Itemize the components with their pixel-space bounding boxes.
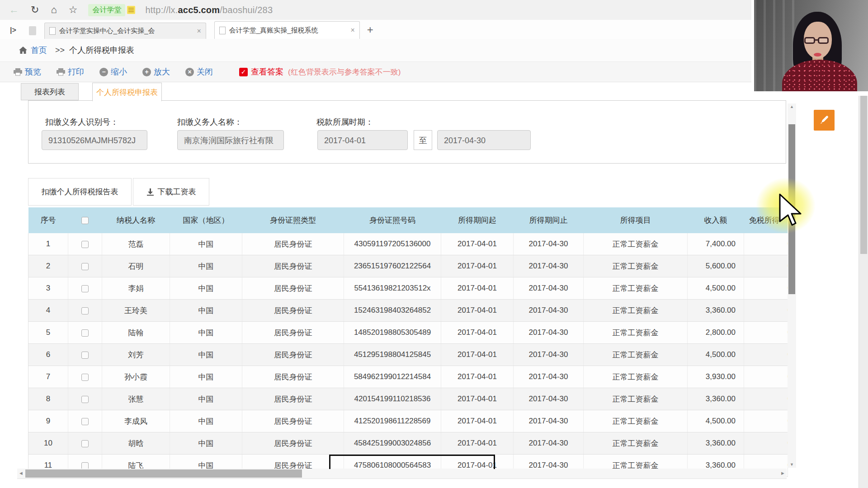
home-icon[interactable]: ⌂	[51, 0, 57, 20]
row-checkbox[interactable]	[81, 440, 89, 447]
cell-no: 5	[28, 322, 68, 344]
browser-address-bar: ← ↻ ⌂ ☆ 会计学堂 http://lx.acc5.com/baoshui/…	[0, 0, 868, 20]
page-scrollbar[interactable]	[859, 39, 868, 488]
browser-tab-title: 会计学堂_真账实操_报税系统	[229, 26, 347, 35]
cell-income: 7,400.00	[688, 233, 744, 255]
table-vertical-scrollbar[interactable]: ▲ ▼	[788, 103, 796, 468]
scroll-left-icon[interactable]: ◄	[19, 470, 24, 476]
site-badge[interactable]: 会计学堂	[88, 4, 125, 16]
withholding-id-input[interactable]: 91310526MAJMH5782J	[42, 130, 147, 150]
row-checkbox[interactable]	[81, 374, 89, 381]
url-text[interactable]: http://lx.acc5.com/baoshui/283	[145, 5, 273, 15]
cell-income: 4,500.00	[688, 344, 744, 366]
cell-country: 中国	[170, 277, 242, 300]
row-checkbox[interactable]	[81, 329, 89, 337]
cell-id_no: 430591197205136000	[344, 233, 441, 255]
cell-country: 中国	[170, 300, 242, 322]
download-icon	[146, 188, 154, 196]
bookmark-star-icon[interactable]: ☆	[69, 0, 78, 20]
zoom-in-button[interactable]: + 放大	[142, 66, 170, 77]
breadcrumb: 首页 >> 个人所得税申报表	[0, 39, 797, 62]
cell-id_type: 居民身份证	[242, 322, 344, 344]
report-toolbar: 预览 打印 − 缩小 + 放大 × 关闭 ✓ 查看答案 (红色背景表示与参考答案…	[0, 62, 797, 82]
cell-country: 中国	[170, 344, 242, 366]
cell-name: 李成风	[102, 410, 170, 432]
cell-tax-free: 0	[744, 233, 788, 255]
cell-no: 10	[28, 432, 68, 455]
row-checkbox[interactable]	[81, 263, 89, 270]
close-tab-icon[interactable]: ×	[350, 26, 354, 34]
zoom-out-button[interactable]: − 缩小	[99, 66, 127, 77]
cell-start: 2017-04-01	[441, 322, 514, 344]
withholding-name-input[interactable]: 南京海润国际旅行社有限	[177, 130, 284, 150]
cell-no: 2	[28, 255, 68, 277]
cell-id_type: 居民身份证	[242, 233, 344, 255]
withholding-name-label: 扣缴义务人名称：	[177, 117, 242, 127]
table-horizontal-scrollbar[interactable]: ◄ ►	[17, 469, 787, 479]
table-row: 9李成风中国居民身份证4125201986112285692017-04-012…	[28, 410, 788, 432]
new-tab-button[interactable]: +	[367, 23, 373, 36]
cell-item: 正常工资薪金	[584, 255, 688, 277]
url-prefix: http://lx.	[145, 5, 178, 15]
cell-id_no: 55413619821203512x	[344, 277, 441, 300]
cell-check	[68, 255, 102, 277]
cell-id_type: 居民身份证	[242, 255, 344, 277]
cell-name: 胡晗	[102, 432, 170, 455]
close-tab-icon[interactable]: ×	[197, 27, 201, 35]
cell-country: 中国	[170, 233, 242, 255]
period-start-input[interactable]: 2017-04-01	[317, 130, 408, 150]
page-scroll-thumb[interactable]	[860, 96, 867, 254]
breadcrumb-home-link[interactable]: 首页	[31, 45, 47, 56]
tab-personal-income-tax[interactable]: 个人所得税申报表	[92, 83, 162, 101]
row-checkbox[interactable]	[81, 241, 89, 248]
table-row: 6刘芳中国居民身份证4512951988041258452017-04-0120…	[28, 344, 788, 366]
scroll-right-icon[interactable]: ►	[780, 470, 785, 476]
annotation-rectangle	[329, 455, 495, 469]
row-checkbox[interactable]	[81, 396, 89, 403]
screen: ← ↻ ⌂ ☆ 会计学堂 http://lx.acc5.com/baoshui/…	[0, 0, 868, 488]
row-checkbox[interactable]	[81, 352, 89, 359]
table-header-row: 序号纳税人名称国家（地区）身份证照类型身份证照号码所得期间起所得期间止所得项目收…	[28, 207, 788, 233]
row-checkbox[interactable]	[81, 285, 89, 292]
tab-report-list[interactable]: 报表列表	[21, 83, 79, 100]
check-answer-toggle[interactable]: ✓ 查看答案	[239, 66, 283, 77]
select-all-checkbox[interactable]	[81, 217, 89, 224]
scroll-up-icon[interactable]: ▲	[788, 104, 796, 109]
certificate-icon[interactable]	[127, 6, 135, 14]
preview-button[interactable]: 预览	[14, 66, 41, 77]
period-end-input[interactable]: 2017-04-30	[437, 130, 531, 150]
cell-id_type: 居民身份证	[242, 277, 344, 300]
red-checkbox-icon: ✓	[239, 68, 248, 76]
row-checkbox[interactable]	[81, 418, 89, 425]
minus-circle-icon: −	[99, 68, 108, 76]
cell-item: 正常工资薪金	[584, 344, 688, 366]
cell-id_type: 居民身份证	[242, 366, 344, 388]
close-button[interactable]: × 关闭	[185, 66, 213, 77]
cell-tax-free: 0	[744, 277, 788, 300]
cell-id_type: 居民身份证	[242, 344, 344, 366]
horizontal-scroll-thumb[interactable]	[25, 469, 302, 478]
withholding-report-button[interactable]: 扣缴个人所得税报告表	[28, 178, 132, 206]
sidebar-toggle-icon[interactable]: |>	[10, 26, 16, 34]
answer-note: (红色背景表示与参考答案不一致)	[288, 67, 401, 77]
cell-start: 2017-04-01	[441, 432, 514, 455]
browser-tab-1[interactable]: 会计学堂实操中心_会计实操_会 ×	[44, 23, 206, 39]
refresh-icon[interactable]: ↻	[31, 0, 39, 20]
cell-item: 正常工资薪金	[584, 366, 688, 388]
reading-list-icon[interactable]	[29, 26, 36, 35]
cell-no: 9	[28, 410, 68, 432]
download-salary-button[interactable]: 下载工资表	[133, 178, 209, 206]
cell-item: 正常工资薪金	[584, 410, 688, 432]
cell-item: 正常工资薪金	[584, 322, 688, 344]
print-button[interactable]: 打印	[57, 66, 84, 77]
browser-tab-2-active[interactable]: 会计学堂_真账实操_报税系统 ×	[214, 21, 360, 39]
glasses-icon	[804, 37, 815, 44]
cell-end: 2017-04-30	[514, 410, 584, 432]
cell-name: 李娟	[102, 277, 170, 300]
row-checkbox[interactable]	[81, 307, 89, 314]
back-icon[interactable]: ←	[9, 0, 19, 20]
plus-circle-icon: +	[142, 68, 151, 76]
scroll-down-icon[interactable]: ▼	[788, 462, 796, 467]
edit-brush-button[interactable]	[814, 110, 835, 131]
cell-end: 2017-04-30	[514, 432, 584, 455]
